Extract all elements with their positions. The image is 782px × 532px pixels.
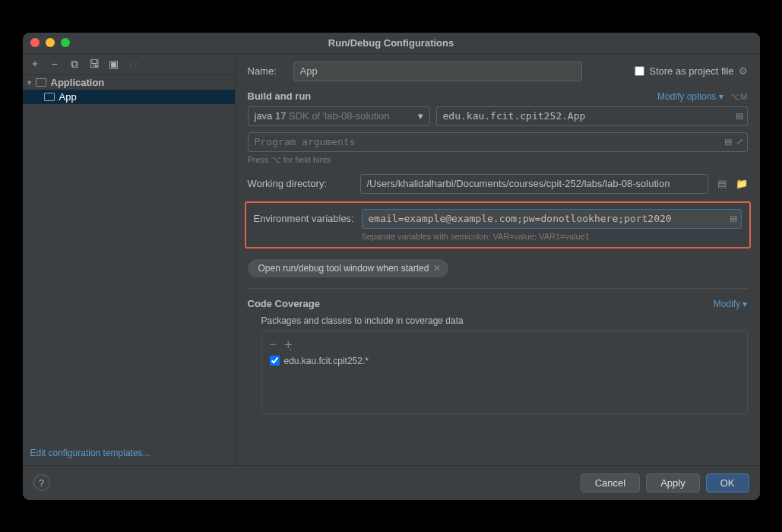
coverage-item-checkbox[interactable] xyxy=(270,356,280,366)
tree-group-label: Application xyxy=(51,77,105,88)
save-config-icon[interactable]: 🖫 xyxy=(88,58,100,70)
main-class-wrap: ▤ xyxy=(436,106,748,126)
traffic-lights xyxy=(30,38,70,47)
dialog-body: ＋ − ⧉ 🖫 ▣ ↓↑ ▾ Application App Edit xyxy=(23,54,760,465)
tool-window-chip[interactable]: Open run/debug tool window when started … xyxy=(248,259,449,277)
cancel-button[interactable]: Cancel xyxy=(581,473,640,492)
sidebar: ＋ − ⧉ 🖫 ▣ ↓↑ ▾ Application App Edit xyxy=(23,54,236,465)
coverage-item[interactable]: edu.kau.fcit.cpit252.* xyxy=(270,356,739,366)
working-dir-label: Working directory: xyxy=(248,178,351,189)
close-icon[interactable]: ✕ xyxy=(433,263,441,274)
coverage-modify-link[interactable]: Modify xyxy=(714,299,740,309)
program-args-input[interactable] xyxy=(248,132,748,152)
env-row: Environment variables: ▤ xyxy=(254,209,742,229)
tree-item-app[interactable]: App xyxy=(23,90,235,104)
runconfig-icon xyxy=(44,93,55,101)
folder-config-icon[interactable]: ▣ xyxy=(108,58,120,70)
coverage-title: Code Coverage xyxy=(248,298,320,309)
working-dir-input[interactable] xyxy=(360,174,708,194)
modify-options-wrap: Modify options ▾ ⌥M xyxy=(657,90,748,102)
tree-item-label: App xyxy=(59,91,77,103)
maximize-window-icon[interactable] xyxy=(61,38,70,47)
expand-icon[interactable]: ▤ xyxy=(736,111,743,121)
sdk-row: java 17 SDK of 'lab-08-solution ▾ ▤ xyxy=(248,106,748,126)
working-dir-row: Working directory: ▤ 📁 xyxy=(248,174,748,194)
browse-folder-icon[interactable]: 📁 xyxy=(736,178,748,189)
field-hints: Press ⌥ for field hints xyxy=(248,155,748,165)
store-label: Store as project file xyxy=(649,65,733,77)
expand-icon[interactable]: ⤢ xyxy=(736,137,743,147)
titlebar: Run/Debug Configurations xyxy=(23,33,760,54)
tree-group-application[interactable]: ▾ Application xyxy=(23,75,235,90)
edit-templates-link[interactable]: Edit configuration templates... xyxy=(30,448,150,458)
dialog-window: Run/Debug Configurations ＋ − ⧉ 🖫 ▣ ↓↑ ▾ … xyxy=(23,33,760,500)
env-highlight: Environment variables: ▤ Separate variab… xyxy=(245,201,751,249)
chevron-down-icon: ▾ xyxy=(740,299,747,309)
chip-label: Open run/debug tool window when started xyxy=(258,263,429,274)
help-button[interactable]: ? xyxy=(33,474,50,491)
chevron-down-icon: ▾ xyxy=(418,110,423,122)
name-row: Name: Store as project file ⚙ xyxy=(248,62,748,81)
env-input[interactable] xyxy=(362,209,742,229)
window-title: Run/Debug Configurations xyxy=(328,37,454,49)
remove-config-icon[interactable]: − xyxy=(49,58,61,70)
chevron-down-icon: ▾ xyxy=(27,78,31,87)
chip-row: Open run/debug tool window when started … xyxy=(248,259,748,277)
chevron-down-icon: ▾ xyxy=(716,91,723,102)
content-panel: Name: Store as project file ⚙ Build and … xyxy=(236,54,760,465)
list-icon[interactable]: ▤ xyxy=(724,137,732,147)
coverage-header: Code Coverage Modify ▾ xyxy=(248,298,748,309)
main-class-input[interactable] xyxy=(436,106,748,126)
coverage-toolbar: − +̣ xyxy=(270,337,739,356)
modify-options-link[interactable]: Modify options xyxy=(657,91,716,102)
modify-options-kbd: ⌥M xyxy=(730,92,747,101)
ok-button[interactable]: OK xyxy=(706,473,749,492)
program-args-wrap: ▤ ⤢ xyxy=(248,132,748,152)
coverage-section: Code Coverage Modify ▾ Packages and clas… xyxy=(248,298,748,414)
name-label: Name: xyxy=(248,65,284,77)
sidebar-footer: Edit configuration templates... xyxy=(23,439,235,465)
sidebar-toolbar: ＋ − ⧉ 🖫 ▣ ↓↑ xyxy=(23,54,235,75)
application-icon xyxy=(36,78,46,87)
add-coverage-icon[interactable]: +̣ xyxy=(283,337,293,351)
close-window-icon[interactable] xyxy=(30,38,40,47)
sdk-text: java 17 SDK of 'lab-08-solution xyxy=(255,110,390,122)
build-run-title: Build and run xyxy=(248,90,312,102)
copy-config-icon[interactable]: ⧉ xyxy=(68,58,81,71)
list-icon[interactable]: ▤ xyxy=(730,214,737,223)
minimize-window-icon[interactable] xyxy=(46,38,55,47)
build-run-section: Build and run Modify options ▾ ⌥M java 1… xyxy=(248,90,748,289)
env-hint: Separate variables with semicolon: VAR=v… xyxy=(362,232,742,241)
inline-icon[interactable]: ▤ xyxy=(717,178,727,189)
remove-coverage-icon[interactable]: − xyxy=(270,337,277,351)
dialog-footer: ? Cancel Apply OK xyxy=(23,465,760,500)
name-input[interactable] xyxy=(293,62,582,81)
add-config-icon[interactable]: ＋ xyxy=(29,57,41,71)
store-project-file[interactable]: Store as project file ⚙ xyxy=(635,65,747,77)
coverage-box: − +̣ edu.kau.fcit.cpit252.* xyxy=(261,331,748,414)
config-tree: ▾ Application App xyxy=(23,75,235,439)
env-label: Environment variables: xyxy=(254,213,357,224)
gear-icon[interactable]: ⚙ xyxy=(739,65,748,77)
coverage-item-label: edu.kau.fcit.cpit252.* xyxy=(284,356,369,366)
section-header: Build and run Modify options ▾ ⌥M xyxy=(248,90,748,102)
store-checkbox[interactable] xyxy=(635,66,644,76)
apply-button[interactable]: Apply xyxy=(646,473,700,492)
coverage-subtitle: Packages and classes to include in cover… xyxy=(261,315,748,326)
sdk-dropdown[interactable]: java 17 SDK of 'lab-08-solution ▾ xyxy=(248,106,430,126)
sort-config-icon[interactable]: ↓↑ xyxy=(128,58,140,70)
